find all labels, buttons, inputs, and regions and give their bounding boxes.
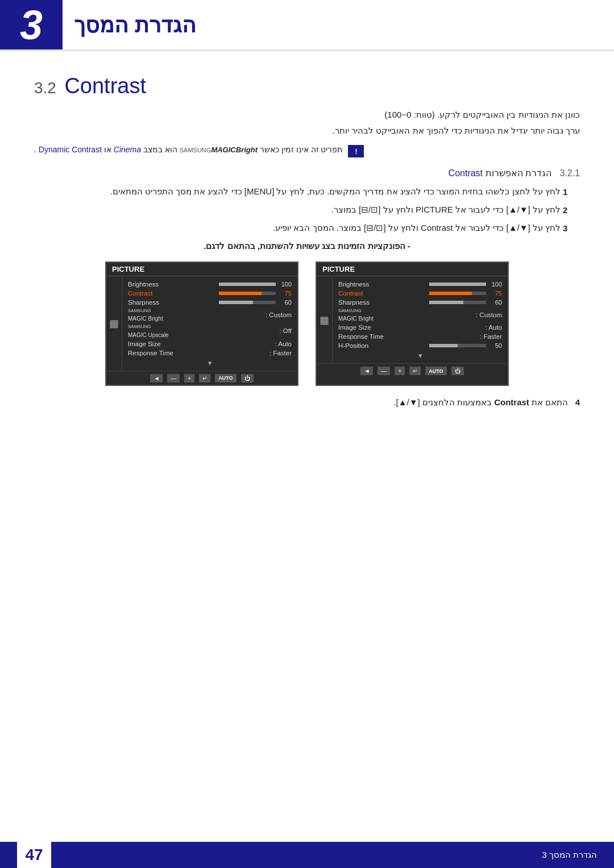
step-1: 1 לחץ על לחצן כלשהו בחזית המוצר כדי להצי… bbox=[34, 186, 580, 197]
response-time-value: : Faster bbox=[185, 350, 292, 356]
ctrl-power-2[interactable]: ⏻ bbox=[451, 367, 464, 375]
step-3-text: לחץ על [▼/▲] כדי לעבור אל Contrast ולחץ … bbox=[34, 223, 561, 233]
image-size-label: Image Size bbox=[128, 340, 185, 347]
contrast-bar bbox=[185, 292, 276, 295]
image-size-label-2: Image Size bbox=[338, 324, 395, 331]
monitor-1-row-sharpness: Sharpness 60 bbox=[128, 298, 292, 307]
brightness-bar bbox=[185, 283, 276, 286]
monitor-1-row-brightness: Brightness 100 bbox=[128, 280, 292, 289]
note-functions: - הפונקציות הזמינות בצג עשויות להשתנות, … bbox=[34, 241, 580, 251]
response-time-label-2: Response Time bbox=[338, 333, 395, 340]
more-indicator-2: ▾ bbox=[338, 351, 502, 360]
sharpness-bar bbox=[185, 301, 276, 304]
monitors-area: PICTURE ▦ Brightness 100 bbox=[34, 261, 580, 386]
ctrl-auto-1[interactable]: AUTO bbox=[215, 374, 236, 383]
sharpness-label: Sharpness bbox=[128, 299, 185, 306]
h-position-bar bbox=[395, 344, 486, 347]
ctrl-minus-1[interactable]: — bbox=[167, 374, 180, 383]
contrast-label: Contrast bbox=[128, 290, 185, 297]
chapter-number: 3 bbox=[0, 0, 63, 49]
monitor-2: PICTURE ▦ Brightness 100 bbox=[316, 261, 509, 386]
h-position-label: H-Position bbox=[338, 342, 395, 349]
monitor-2-row-contrast: Contrast 75 bbox=[338, 289, 502, 298]
contrast-bar-2 bbox=[395, 292, 486, 295]
footer-text: הגדרת המסך 3 bbox=[542, 850, 597, 860]
ctrl-plus-2[interactable]: + bbox=[395, 367, 405, 375]
step4-contrast: Contrast bbox=[494, 397, 529, 407]
ctrl-minus-2[interactable]: — bbox=[377, 367, 390, 375]
steps-list: 1 לחץ על לחצן כלשהו בחזית המוצר כדי להצי… bbox=[34, 186, 580, 233]
monitor-2-row-sharpness: Sharpness 60 bbox=[338, 298, 502, 307]
response-time-label: Response Time bbox=[128, 350, 185, 356]
monitor-1-row-magic-upscale: SAMSUNGMAGIC Upscale : Off bbox=[128, 323, 292, 339]
note-suffix: . bbox=[34, 145, 36, 154]
image-size-value-2: : Auto bbox=[395, 324, 502, 331]
image-size-value: : Auto bbox=[185, 340, 292, 347]
monitor-2-row-h-position: H-Position 50 bbox=[338, 341, 502, 350]
magic-bright-label-2: SAMSUNGMAGIC Bright bbox=[338, 308, 395, 322]
contrast-label-2: Contrast bbox=[338, 290, 395, 297]
page-header: הגדרת המסך 3 bbox=[0, 0, 614, 51]
sub-section-name: Contrast bbox=[449, 168, 483, 178]
ctrl-left-1[interactable]: ◄ bbox=[150, 374, 163, 383]
cinema-label: Cinema bbox=[114, 145, 141, 154]
sharpness-label-2: Sharpness bbox=[338, 299, 395, 306]
monitor-1-controls: ◄ — + ↵ AUTO ⏻ bbox=[106, 371, 297, 385]
ctrl-enter-2[interactable]: ↵ bbox=[409, 367, 421, 375]
ctrl-plus-1[interactable]: + bbox=[184, 374, 194, 383]
step-2: 2 לחץ על [▼/▲] כדי לעבור אל PICTURE ולחץ… bbox=[34, 205, 580, 215]
step-2-text: לחץ על [▼/▲] כדי לעבור אל PICTURE ולחץ ע… bbox=[34, 205, 561, 215]
step-3-number: 3 bbox=[563, 223, 580, 233]
magic-upscale-value: : Off bbox=[185, 327, 292, 334]
brightness-bar-2 bbox=[395, 283, 486, 286]
bright-brand: Bright bbox=[236, 146, 258, 154]
brightness-label-2: Brightness bbox=[338, 281, 395, 288]
monitor-1-icon: ▦ bbox=[109, 317, 119, 330]
sub-section-label: הגדרת האפשרות bbox=[486, 168, 551, 178]
step4-suffix: באמצעות הלחצנים [▼/▲]. bbox=[393, 397, 492, 407]
step-2-number: 2 bbox=[563, 205, 580, 215]
sub-section-number: 3.2.1 bbox=[559, 168, 580, 178]
dynamic-contrast-label: Dynamic Contrast bbox=[39, 145, 102, 154]
sharpness-bar-2 bbox=[395, 301, 486, 304]
monitor-2-row-brightness: Brightness 100 bbox=[338, 280, 502, 289]
magic-upscale-label: SAMSUNGMAGIC Upscale bbox=[128, 324, 185, 338]
footer-page-number: 47 bbox=[17, 842, 51, 868]
note-prefix: תפריט זה אינו זמין כאשר bbox=[258, 145, 342, 154]
monitor-2-controls: ◄ — + ↵ AUTO ⏻ bbox=[317, 363, 508, 377]
note-or: או bbox=[102, 145, 111, 154]
monitor-1-row-response-time: Response Time : Faster bbox=[128, 348, 292, 358]
description-1: כוונן את הניגודיות בין האובייקטים לרקע. … bbox=[34, 110, 580, 120]
magic-brand: MAGIC bbox=[211, 146, 235, 154]
ctrl-power-1[interactable]: ⏻ bbox=[241, 374, 254, 383]
step-4-area: 4 התאם את Contrast באמצעות הלחצנים [▼/▲]… bbox=[34, 397, 580, 408]
ctrl-enter-1[interactable]: ↵ bbox=[199, 374, 210, 383]
samsung-magic-brand: SAMSUNG bbox=[180, 147, 211, 153]
note-icon: ! bbox=[348, 145, 364, 157]
magic-bright-label: SAMSUNGMAGIC Bright bbox=[128, 308, 185, 322]
monitor-2-row-response-time: Response Time : Faster bbox=[338, 332, 502, 341]
monitor-1-row-magic-bright: SAMSUNGMAGIC Bright : Custom bbox=[128, 307, 292, 323]
main-content: כוונן את הניגודיות בין האובייקטים לרקע. … bbox=[0, 104, 614, 419]
step-1-text: לחץ על לחצן כלשהו בחזית המוצר כדי להציג … bbox=[34, 186, 561, 197]
magic-bright-value-2: : Custom bbox=[395, 312, 502, 318]
chapter-title: הגדרת המסך bbox=[63, 0, 208, 49]
note-text: תפריט זה אינו זמין כאשר SAMSUNGMAGICBrig… bbox=[34, 145, 342, 154]
monitor-1: PICTURE ▦ Brightness 100 bbox=[105, 261, 298, 386]
ctrl-left-2[interactable]: ◄ bbox=[360, 367, 373, 375]
monitor-2-row-image-size: Image Size : Auto bbox=[338, 323, 502, 332]
brightness-label: Brightness bbox=[128, 281, 185, 288]
note-box: ! תפריט זה אינו זמין כאשר SAMSUNGMAGICBr… bbox=[34, 145, 580, 157]
step-1-number: 1 bbox=[563, 186, 580, 197]
response-time-value-2: : Faster bbox=[395, 333, 502, 340]
section-number: 3.2 bbox=[34, 79, 56, 97]
monitor-2-header: PICTURE bbox=[317, 263, 508, 276]
page-footer: הגדרת המסך 3 47 bbox=[0, 842, 614, 868]
monitor-2-row-magic-bright: SAMSUNGMAGIC Bright : Custom bbox=[338, 307, 502, 323]
section-name: Contrast bbox=[64, 74, 146, 98]
description-2: ערך גבוה יותר יגדיל את הניגודיות כדי להפ… bbox=[34, 126, 580, 136]
monitor-1-row-image-size: Image Size : Auto bbox=[128, 339, 292, 348]
step4-prefix: התאם את bbox=[529, 397, 568, 407]
monitor-1-row-contrast: Contrast 75 bbox=[128, 289, 292, 298]
ctrl-auto-2[interactable]: AUTO bbox=[425, 367, 446, 375]
